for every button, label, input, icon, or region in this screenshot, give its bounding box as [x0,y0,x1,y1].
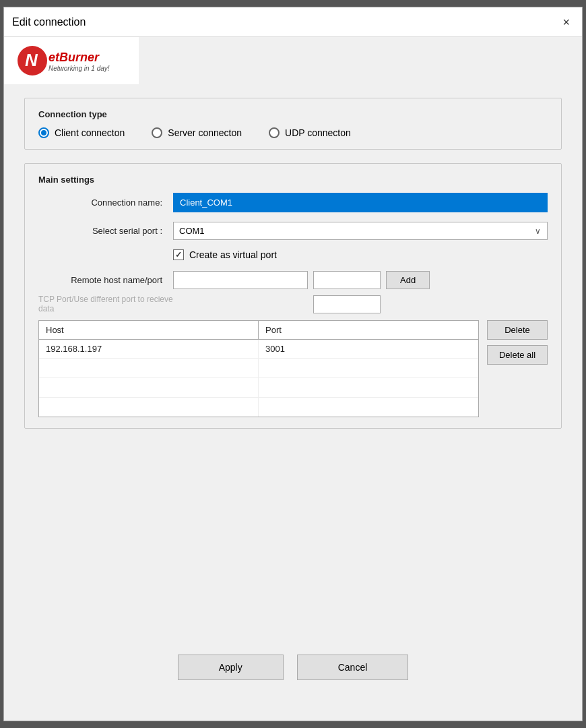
table-cell-host-0: 192.168.1.197 [39,340,259,358]
radio-client[interactable]: Client connecton [38,127,125,138]
main-settings-section: Main settings Connection name: Select se… [24,163,562,429]
table-row[interactable] [39,398,478,417]
cancel-button[interactable]: Cancel [297,655,409,680]
netburner-logo: N etBurner Networking in 1 day! [18,42,125,79]
table-cell-host-2 [39,378,259,397]
dialog-title: Edit connection [12,16,86,28]
radio-server[interactable]: Server connecton [152,127,242,138]
radio-udp-circle [269,127,280,138]
serial-port-row: Select serial port : COM1 COM2 COM3 COM4 [38,222,548,240]
connection-type-section: Connection type Client connecton Server … [24,98,562,150]
svg-text:etBurner: etBurner [48,51,100,64]
table-cell-host-1 [39,359,259,377]
table-header: Host Port [39,321,478,340]
table-cell-host-3 [39,398,259,417]
connection-name-input[interactable] [173,193,548,212]
virtual-port-checkbox[interactable] [173,249,184,260]
radio-client-label: Client connecton [55,127,125,138]
radio-udp[interactable]: UDP connecton [269,127,351,138]
tcp-port-input[interactable] [313,295,381,313]
remote-host-label: Remote host name/port [38,275,173,285]
table-cell-port-3 [259,398,478,417]
virtual-port-label: Create as virtual port [189,249,277,260]
serial-port-label: Select serial port : [38,226,173,236]
virtual-port-row[interactable]: Create as virtual port [173,249,548,260]
table-row[interactable]: 192.168.1.197 3001 [39,340,478,359]
footer-buttons: Apply Cancel [24,634,562,707]
radio-server-label: Server connecton [168,127,242,138]
close-button[interactable]: × [558,15,574,30]
edit-connection-dialog: Edit connection × N etBurner Networking … [3,7,583,721]
host-table: Host Port 192.168.1.197 3001 [38,320,479,417]
radio-client-circle [38,127,49,138]
radio-server-circle [152,127,162,138]
logo-area: N etBurner Networking in 1 day! [4,37,139,84]
table-row[interactable] [39,359,478,378]
apply-button[interactable]: Apply [178,655,284,680]
table-header-host: Host [39,321,259,339]
tcp-port-row: TCP Port/Use different port to recieve d… [38,295,548,313]
remote-host-row: Remote host name/port Add [38,271,548,289]
table-cell-port-2 [259,378,478,397]
add-button[interactable]: Add [386,271,430,289]
host-table-area: Host Port 192.168.1.197 3001 [38,320,548,417]
delete-button[interactable]: Delete [487,320,548,340]
table-cell-port-0: 3001 [259,340,478,358]
table-row[interactable] [39,378,478,398]
radio-udp-label: UDP connecton [285,127,351,138]
title-bar: Edit connection × [4,7,582,37]
table-buttons: Delete Delete all [487,320,548,365]
svg-text:Networking in 1 day!: Networking in 1 day! [48,65,110,72]
remote-host-input[interactable] [173,271,308,289]
serial-port-select[interactable]: COM1 COM2 COM3 COM4 [173,222,548,240]
connection-name-control [173,193,548,212]
tcp-port-label: TCP Port/Use different port to recieve d… [38,295,173,313]
dialog-content: Connection type Client connecton Server … [4,84,582,721]
table-cell-port-1 [259,359,478,377]
main-settings-label: Main settings [38,175,548,185]
connection-type-radio-group: Client connecton Server connecton UDP co… [38,127,548,138]
remote-port-input[interactable] [313,271,381,289]
connection-name-label: Connection name: [38,198,173,208]
connection-type-label: Connection type [38,109,548,119]
svg-text:N: N [25,50,38,70]
connection-name-row: Connection name: [38,193,548,212]
serial-port-wrapper: COM1 COM2 COM3 COM4 [173,222,548,240]
table-header-port: Port [259,321,478,339]
delete-all-button[interactable]: Delete all [487,345,548,365]
